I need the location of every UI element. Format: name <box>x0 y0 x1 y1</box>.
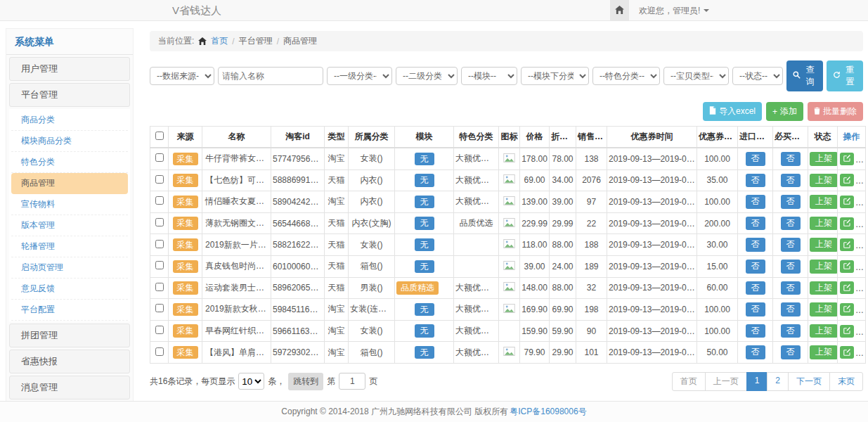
edit-button[interactable] <box>840 153 854 165</box>
search-icon <box>793 71 801 81</box>
edit-button[interactable] <box>840 325 854 338</box>
edit-button[interactable] <box>840 196 854 208</box>
must-buy-toggle[interactable]: 否 <box>781 345 801 359</box>
price-cell: 159.90 <box>520 320 550 342</box>
must-buy-toggle[interactable]: 否 <box>781 217 801 231</box>
status-toggle[interactable]: 上架 <box>810 174 838 188</box>
must-buy-toggle[interactable]: 否 <box>781 324 801 338</box>
module-subcategory-select[interactable]: --模块下分类-- <box>521 67 589 85</box>
status-toggle[interactable]: 上架 <box>810 217 838 231</box>
edit-button[interactable] <box>840 346 854 359</box>
sales-cell: 189 <box>576 255 607 277</box>
status-toggle[interactable]: 上架 <box>810 195 838 209</box>
status-toggle[interactable]: 上架 <box>810 324 838 338</box>
import-select-toggle[interactable]: 否 <box>746 152 765 166</box>
edit-button[interactable] <box>840 303 854 316</box>
import-select-toggle[interactable]: 否 <box>746 345 765 359</box>
sidebar-item[interactable]: 版本管理 <box>11 215 128 236</box>
must-buy-toggle[interactable]: 否 <box>781 152 801 166</box>
page-button[interactable]: 首页 <box>672 372 706 391</box>
sidebar-item-active[interactable]: 商品管理 <box>11 173 128 194</box>
status-toggle[interactable]: 上架 <box>810 345 838 359</box>
row-checkbox[interactable] <box>155 175 164 184</box>
must-buy-toggle[interactable]: 否 <box>781 238 801 252</box>
data-source-select[interactable]: --数据来源-- <box>150 67 214 85</box>
sidebar-section[interactable]: 拼团管理 <box>9 324 130 347</box>
icp-link[interactable]: 粤ICP备16098006号 <box>510 406 586 418</box>
item-type-select[interactable]: --宝贝类型-- <box>663 67 729 85</box>
import-select-toggle[interactable]: 否 <box>746 302 765 316</box>
reset-button[interactable]: 重置 <box>827 60 863 91</box>
sidebar-item[interactable]: 宣传物料 <box>11 194 128 215</box>
column-header: 销售数量 <box>576 127 607 148</box>
sidebar-item[interactable]: 商品分类 <box>11 110 128 131</box>
module-select[interactable]: --模块-- <box>461 67 517 85</box>
edit-button[interactable] <box>840 281 854 294</box>
edit-button[interactable] <box>840 260 854 273</box>
add-button[interactable]: + 添加 <box>766 102 803 121</box>
breadcrumb-home-link[interactable]: 首页 <box>211 35 228 47</box>
import-select-toggle[interactable]: 否 <box>746 260 765 274</box>
must-buy-toggle[interactable]: 否 <box>781 260 801 274</box>
import-select-toggle[interactable]: 否 <box>746 238 765 252</box>
page-button[interactable]: 1 <box>746 372 768 391</box>
jump-page-input[interactable] <box>339 373 365 390</box>
row-checkbox[interactable] <box>155 196 164 205</box>
sidebar-section[interactable]: 平台管理 <box>9 83 130 107</box>
edit-button[interactable] <box>840 238 854 251</box>
row-checkbox[interactable] <box>155 283 164 291</box>
select-all-checkbox[interactable] <box>155 132 164 140</box>
sidebar-item[interactable]: 轮播管理 <box>11 236 128 257</box>
row-checkbox[interactable] <box>155 304 164 312</box>
sidebar-item[interactable]: 意见反馈 <box>11 279 128 300</box>
row-checkbox[interactable] <box>155 240 164 248</box>
feature-category-select[interactable]: --特色分类-- <box>592 67 660 85</box>
must-buy-toggle[interactable]: 否 <box>781 174 801 188</box>
edit-button[interactable] <box>840 217 854 230</box>
home-button[interactable] <box>610 0 629 21</box>
page-button[interactable]: 末页 <box>829 372 863 391</box>
row-checkbox[interactable] <box>155 153 164 162</box>
sidebar-section[interactable]: 省惠快报 <box>9 350 130 373</box>
batch-delete-button[interactable]: 批量删除 <box>808 102 863 121</box>
status-toggle[interactable]: 上架 <box>810 302 838 316</box>
row-checkbox[interactable] <box>155 326 164 334</box>
must-buy-toggle[interactable]: 否 <box>781 281 801 295</box>
taoke-id-cell: 597293020870 <box>271 342 325 364</box>
page-size-select[interactable]: 10 <box>238 373 264 390</box>
page-button[interactable]: 下一页 <box>788 372 830 391</box>
row-checkbox[interactable] <box>155 261 164 269</box>
user-menu[interactable]: 欢迎您，管理员! <box>629 0 709 21</box>
row-checkbox[interactable] <box>155 347 164 356</box>
edit-icon <box>843 261 851 271</box>
jump-button[interactable]: 跳转到 <box>288 373 323 390</box>
sidebar-item[interactable]: 特色分类 <box>11 152 128 173</box>
sidebar-title: 系统菜单 <box>6 29 133 55</box>
category1-select[interactable]: --一级分类-- <box>327 67 392 85</box>
must-buy-toggle[interactable]: 否 <box>781 195 801 209</box>
sidebar-item[interactable]: 平台配置 <box>11 300 128 321</box>
import-select-toggle[interactable]: 否 <box>746 281 765 295</box>
edit-button[interactable] <box>840 174 854 186</box>
status-toggle[interactable]: 上架 <box>810 152 838 166</box>
import-select-toggle[interactable]: 否 <box>746 174 765 188</box>
sidebar-section[interactable]: 用户管理 <box>9 57 130 81</box>
must-buy-toggle[interactable]: 否 <box>781 302 801 316</box>
sidebar-section[interactable]: 消息管理 <box>9 376 130 399</box>
status-toggle[interactable]: 上架 <box>810 238 838 252</box>
import-select-toggle[interactable]: 否 <box>746 217 765 231</box>
sidebar-item[interactable]: 启动页管理 <box>11 257 128 279</box>
import-select-toggle[interactable]: 否 <box>746 324 765 338</box>
status-select[interactable]: --状态-- <box>732 67 783 85</box>
import-select-toggle[interactable]: 否 <box>746 195 765 209</box>
status-toggle[interactable]: 上架 <box>810 281 838 295</box>
category2-select[interactable]: --二级分类-- <box>396 67 458 85</box>
page-button[interactable]: 2 <box>767 372 789 391</box>
row-checkbox[interactable] <box>155 218 164 226</box>
sidebar-item[interactable]: 模块商品分类 <box>11 131 128 152</box>
search-button[interactable]: 查询 <box>786 60 823 91</box>
name-input[interactable] <box>218 67 323 85</box>
page-button[interactable]: 上一页 <box>705 372 747 391</box>
import-excel-button[interactable]: 导入excel <box>703 102 762 121</box>
status-toggle[interactable]: 上架 <box>810 260 838 274</box>
